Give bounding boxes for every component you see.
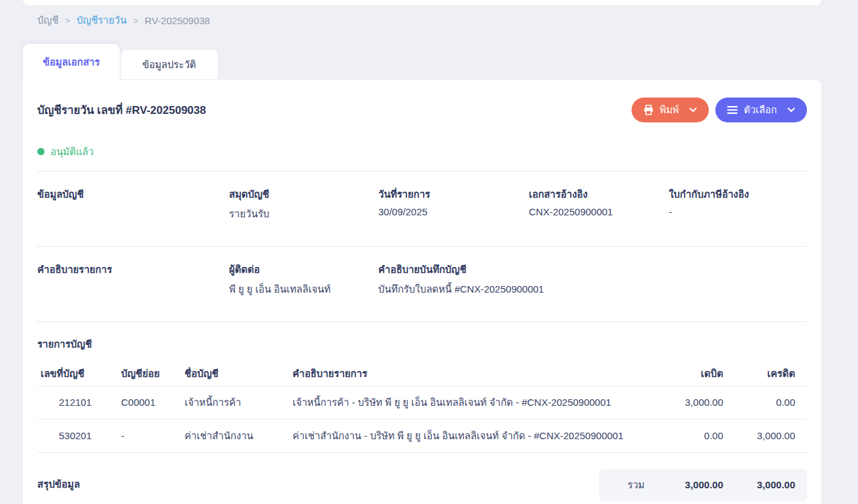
cell-debit: 0.00 — [645, 430, 723, 441]
field-value: รายวันรับ — [229, 206, 378, 222]
breadcrumb-separator: > — [134, 16, 139, 26]
breadcrumb-accounting[interactable]: บัญชี — [37, 12, 58, 28]
field-label: วันที่รายการ — [378, 187, 529, 202]
totals-box: รวม 3,000.00 3,000.00 — [599, 469, 807, 501]
field-reference-document: เอกสารอ้างอิง CNX-20250900001 — [529, 187, 669, 222]
status-label: อนุมัติแล้ว — [50, 144, 94, 160]
section-title-account-info: ข้อมูลบัญชี — [37, 187, 229, 222]
table-header-row: เลขที่บัญชี บัญชีย่อย ชื่อบัญชี คำอธิบาย… — [37, 363, 807, 386]
header-buttons: พิมพ์ ตัวเลือก — [632, 98, 807, 122]
tab-history-info[interactable]: ข้อมูลประวัติ — [120, 49, 219, 80]
cell-description: ค่าเช่าสำนักงาน - บริษัท พี ยู ยู เอ็น อ… — [293, 428, 645, 444]
chevron-down-icon — [689, 107, 697, 113]
print-button-label: พิมพ์ — [660, 102, 679, 118]
breadcrumb-separator: > — [65, 16, 70, 26]
field-label: คำอธิบายบันทึกบัญชี — [378, 262, 807, 278]
column-header-debit: เดบิต — [645, 366, 723, 382]
total-credit: 3,000.00 — [723, 479, 795, 490]
field-value: - — [669, 206, 807, 217]
section-title-summary: สรุปข้อมูล — [37, 469, 80, 492]
section-title-description: คำอธิบายรายการ — [37, 262, 229, 297]
table-row: 212101 C00001 เจ้าหนี้การค้า เจ้าหนี้การ… — [37, 386, 807, 420]
cell-credit: 3,000.00 — [723, 430, 795, 441]
account-info-section: ข้อมูลบัญชี สมุดบัญชี รายวันรับ วันที่รา… — [37, 171, 807, 246]
print-button[interactable]: พิมพ์ — [632, 98, 709, 122]
field-label: ผู้ติดต่อ — [229, 262, 378, 278]
total-label: รวม — [599, 477, 645, 493]
breadcrumb-daily-journal[interactable]: บัญชีรายวัน — [77, 12, 126, 28]
page-title: บัญชีรายวัน เลขที่ #RV-202509038 — [37, 101, 206, 118]
options-button-label: ตัวเลือก — [743, 102, 777, 118]
card-header: บัญชีรายวัน เลขที่ #RV-202509038 พิมพ์ — [37, 80, 807, 126]
cell-account-no: 530201 — [37, 430, 121, 441]
printer-icon — [643, 105, 654, 115]
field-contact: ผู้ติดต่อ พี ยู ยู เอ็น อินเทลลิเจนท์ — [229, 262, 378, 297]
top-card-edge — [23, 0, 821, 5]
cell-sub-account: C00001 — [121, 397, 185, 408]
options-button[interactable]: ตัวเลือก — [715, 98, 807, 122]
reference-document-link[interactable]: CNX-20250900001 — [529, 206, 669, 217]
field-value: บันทึกรับใบลดหนี้ #CNX-20250900001 — [378, 281, 807, 297]
chevron-down-icon — [787, 107, 795, 113]
field-journal-description: คำอธิบายบันทึกบัญชี บันทึกรับใบลดหนี้ #C… — [378, 262, 807, 297]
cell-account-name: ค่าเช่าสำนักงาน — [185, 428, 293, 444]
column-header-account-name: ชื่อบัญชี — [185, 366, 293, 382]
field-journal-book: สมุดบัญชี รายวันรับ — [229, 187, 378, 222]
cell-debit: 3,000.00 — [645, 397, 723, 408]
cell-credit: 0.00 — [723, 397, 795, 408]
status-dot-icon — [37, 148, 45, 155]
breadcrumb-document-number: RV-202509038 — [145, 15, 210, 26]
status-badge: อนุมัติแล้ว — [37, 144, 807, 160]
cell-description: เจ้าหนี้การค้า - บริษัท พี ยู ยู เอ็น อิ… — [293, 395, 645, 410]
field-label: ใบกำกับภาษีอ้างอิง — [669, 187, 807, 202]
field-value: 30/09/2025 — [378, 206, 529, 217]
cell-sub-account: - — [121, 430, 185, 441]
table-row: 530201 - ค่าเช่าสำนักงาน ค่าเช่าสำนักงาน… — [37, 420, 807, 453]
column-header-credit: เครดิต — [723, 366, 795, 382]
breadcrumb: บัญชี > บัญชีรายวัน > RV-202509038 — [37, 12, 210, 28]
tab-bar: ข้อมูลเอกสาร ข้อมูลประวัติ — [23, 44, 219, 80]
total-debit: 3,000.00 — [645, 479, 723, 490]
menu-icon — [727, 106, 738, 114]
field-label: สมุดบัญชี — [229, 187, 378, 202]
summary-section: สรุปข้อมูล รวม 3,000.00 3,000.00 — [37, 469, 807, 501]
entries-section: รายการบัญชี เลขที่บัญชี บัญชีย่อย ชื่อบั… — [37, 322, 807, 453]
field-transaction-date: วันที่รายการ 30/09/2025 — [378, 187, 529, 222]
section-title-entries: รายการบัญชี — [37, 336, 807, 352]
cell-account-no: 212101 — [37, 397, 121, 408]
column-header-account-no: เลขที่บัญชี — [37, 366, 121, 382]
cell-account-name: เจ้าหนี้การค้า — [185, 395, 293, 410]
column-header-description: คำอธิบายรายการ — [293, 366, 645, 382]
document-card: บัญชีรายวัน เลขที่ #RV-202509038 พิมพ์ — [23, 80, 821, 504]
contact-link[interactable]: พี ยู ยู เอ็น อินเทลลิเจนท์ — [229, 281, 378, 297]
description-section: คำอธิบายรายการ ผู้ติดต่อ พี ยู ยู เอ็น อ… — [37, 247, 807, 321]
tab-document-info[interactable]: ข้อมูลเอกสาร — [23, 44, 120, 80]
field-tax-invoice-reference: ใบกำกับภาษีอ้างอิง - — [669, 187, 807, 222]
field-label: เอกสารอ้างอิง — [529, 187, 669, 202]
column-header-sub-account: บัญชีย่อย — [121, 366, 185, 382]
